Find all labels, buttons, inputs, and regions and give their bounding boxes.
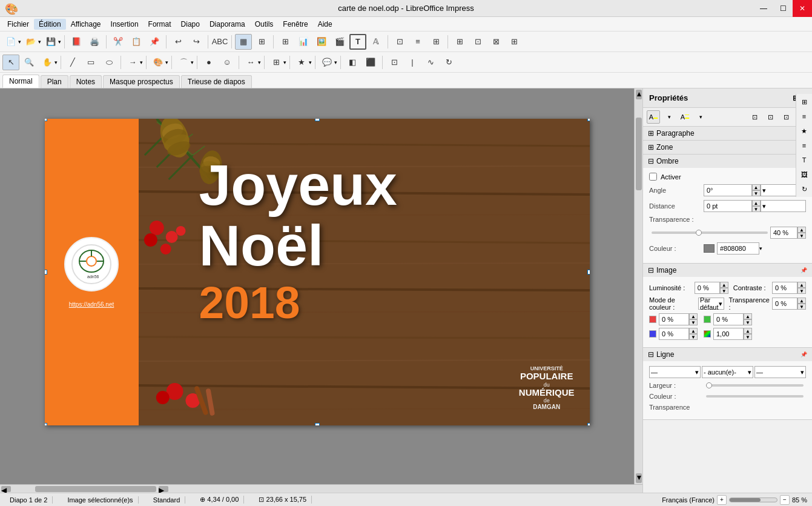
pan-button[interactable]: ✋ bbox=[39, 55, 56, 70]
angle-down[interactable]: ▼ bbox=[752, 190, 761, 196]
extra-btn4[interactable]: ⊞ bbox=[506, 34, 523, 50]
blue-up[interactable]: ▲ bbox=[689, 328, 698, 334]
print-button[interactable]: 🖨️ bbox=[86, 34, 103, 50]
insert-image-button[interactable]: 🖼️ bbox=[313, 34, 330, 50]
green-up[interactable]: ▲ bbox=[744, 313, 752, 319]
distance-up[interactable]: ▲ bbox=[752, 200, 761, 206]
select-button[interactable]: ↖ bbox=[2, 55, 19, 70]
handle-bl[interactable] bbox=[45, 423, 47, 425]
couleur-input[interactable]: #808080 bbox=[717, 242, 759, 255]
line-style-select3[interactable]: — ▾ bbox=[754, 366, 806, 378]
menu-fenetre[interactable]: Fenêtre bbox=[278, 19, 312, 30]
panel-right-icon7[interactable]: ↻ bbox=[797, 182, 811, 196]
new-dropdown[interactable]: ▾ bbox=[18, 39, 21, 45]
angle-up[interactable]: ▲ bbox=[752, 184, 761, 190]
tab-notes[interactable]: Notes bbox=[70, 75, 102, 88]
handle-bc[interactable] bbox=[315, 423, 320, 425]
vert-line-button[interactable]: | bbox=[404, 55, 421, 70]
tab-masque[interactable]: Masque prospectus bbox=[103, 75, 180, 88]
panel-right-icon6[interactable]: 🖼 bbox=[797, 168, 811, 181]
rotate-button[interactable]: ↻ bbox=[440, 55, 457, 70]
image-header[interactable]: ⊟ Image 📌 bbox=[643, 264, 812, 277]
vertical-scrollbar[interactable]: ▲ ▼ bbox=[634, 88, 642, 484]
lum-up[interactable]: ▲ bbox=[720, 282, 728, 288]
callout-dropdown[interactable]: ▾ bbox=[334, 59, 337, 65]
cut-button[interactable]: ✂️ bbox=[110, 34, 127, 50]
insert-movie-button[interactable]: 🎬 bbox=[331, 34, 348, 50]
transp-up[interactable]: ▲ bbox=[797, 227, 806, 233]
panel-right-icon5[interactable]: T bbox=[797, 153, 811, 167]
mode-select[interactable]: Par défaut ▾ bbox=[698, 298, 724, 310]
pan-dropdown[interactable]: ▾ bbox=[54, 59, 58, 65]
menu-diapo[interactable]: Diapo bbox=[176, 19, 205, 30]
insert-table-button[interactable]: ⊞ bbox=[277, 34, 294, 50]
spellcheck-button[interactable]: ABC bbox=[211, 34, 228, 50]
line-style-select2[interactable]: - aucun(e)- ▾ bbox=[702, 366, 753, 378]
red-input[interactable]: 0 % bbox=[659, 313, 689, 325]
panel-highlight-dropdown[interactable]: ▾ bbox=[694, 110, 707, 124]
distance-input[interactable]: 0 pt bbox=[704, 200, 752, 212]
open-dropdown[interactable]: ▾ bbox=[38, 39, 41, 45]
slide-panel-button[interactable]: ⊞ bbox=[253, 34, 270, 50]
menu-fichier[interactable]: Fichier bbox=[2, 19, 34, 30]
image-pin-icon[interactable]: 📌 bbox=[800, 267, 807, 273]
menu-diaporama[interactable]: Diaporama bbox=[205, 19, 250, 30]
lum-down[interactable]: ▼ bbox=[720, 288, 728, 294]
transp-down[interactable]: ▼ bbox=[797, 233, 806, 239]
largeur-thumb[interactable] bbox=[706, 382, 712, 388]
tab-normal[interactable]: Normal bbox=[2, 75, 39, 88]
con-down[interactable]: ▼ bbox=[797, 288, 806, 294]
panel-right-icon1[interactable]: ⊞ bbox=[797, 95, 811, 108]
connector-dropdown[interactable]: ▾ bbox=[258, 59, 261, 65]
callout-button[interactable]: 💬 bbox=[319, 55, 335, 70]
panel-right-icon4[interactable]: ≡ bbox=[797, 139, 811, 152]
redo-button[interactable]: ↪ bbox=[188, 34, 205, 50]
smiley-button[interactable]: ☺ bbox=[219, 55, 236, 70]
maximize-button[interactable]: ☐ bbox=[773, 0, 793, 17]
ellipse-button[interactable]: ⬭ bbox=[101, 55, 117, 70]
rect-button[interactable]: ▭ bbox=[82, 55, 99, 70]
img-transp-up[interactable]: ▲ bbox=[797, 298, 806, 304]
zoom-out-button[interactable]: − bbox=[780, 495, 790, 505]
zoom-in-button[interactable]: + bbox=[717, 495, 727, 505]
scroll-up-btn[interactable]: ▲ bbox=[636, 90, 642, 99]
couleur-dropdown[interactable]: ▾ bbox=[759, 245, 762, 251]
circle-fill-button[interactable]: ● bbox=[200, 55, 217, 70]
activer-checkbox[interactable] bbox=[649, 173, 657, 181]
zoom-slider[interactable] bbox=[729, 498, 777, 502]
tab-trieuse[interactable]: Trieuse de diapos bbox=[181, 75, 252, 88]
menu-aide[interactable]: Aide bbox=[313, 19, 337, 30]
export-pdf-button[interactable]: 📕 bbox=[68, 34, 85, 50]
gamma-up[interactable]: ▲ bbox=[744, 328, 752, 334]
zoom-button[interactable]: 🔍 bbox=[21, 55, 38, 70]
color-dropdown[interactable]: ▾ bbox=[165, 59, 168, 65]
save-dropdown[interactable]: ▾ bbox=[58, 39, 61, 45]
panel-color-btn[interactable]: A▬ bbox=[647, 110, 660, 124]
copy-button[interactable]: 📋 bbox=[128, 34, 145, 50]
save-button[interactable]: 💾 bbox=[42, 34, 59, 50]
insert-chart-button[interactable]: 📊 bbox=[295, 34, 312, 50]
connector-button[interactable]: ↔ bbox=[242, 55, 259, 70]
handle-tr[interactable] bbox=[587, 119, 590, 121]
arrow-dropdown[interactable]: ▾ bbox=[140, 59, 143, 65]
3d-button[interactable]: ⬛ bbox=[362, 55, 379, 70]
extra-btn2[interactable]: ⊡ bbox=[469, 34, 486, 50]
panel-color-dropdown[interactable]: ▾ bbox=[662, 110, 676, 124]
handle-ml[interactable] bbox=[45, 270, 47, 275]
star-button[interactable]: ★ bbox=[293, 55, 310, 70]
line-style-select1[interactable]: — ▾ bbox=[649, 366, 701, 378]
transparence-input[interactable]: 40 % bbox=[770, 227, 797, 239]
green-down[interactable]: ▼ bbox=[744, 319, 752, 325]
curve-button[interactable]: ⌒ bbox=[175, 55, 192, 70]
lum-input[interactable]: 0 % bbox=[695, 282, 720, 294]
ombre-header[interactable]: ⊟ Ombre 📌 bbox=[643, 155, 812, 168]
distance-unit-select[interactable]: ▾ bbox=[761, 200, 807, 212]
panel-highlight-btn[interactable]: A▬ bbox=[678, 110, 692, 124]
extra-btn3[interactable]: ⊠ bbox=[487, 34, 504, 50]
scroll-right-btn[interactable]: ▶ bbox=[159, 486, 168, 492]
angle-input[interactable]: 0° bbox=[704, 184, 752, 196]
flowchart-button[interactable]: ⊞ bbox=[268, 55, 285, 70]
minimize-button[interactable]: — bbox=[754, 0, 773, 17]
arrow-button[interactable]: → bbox=[124, 55, 141, 70]
distance-down[interactable]: ▼ bbox=[752, 206, 761, 212]
